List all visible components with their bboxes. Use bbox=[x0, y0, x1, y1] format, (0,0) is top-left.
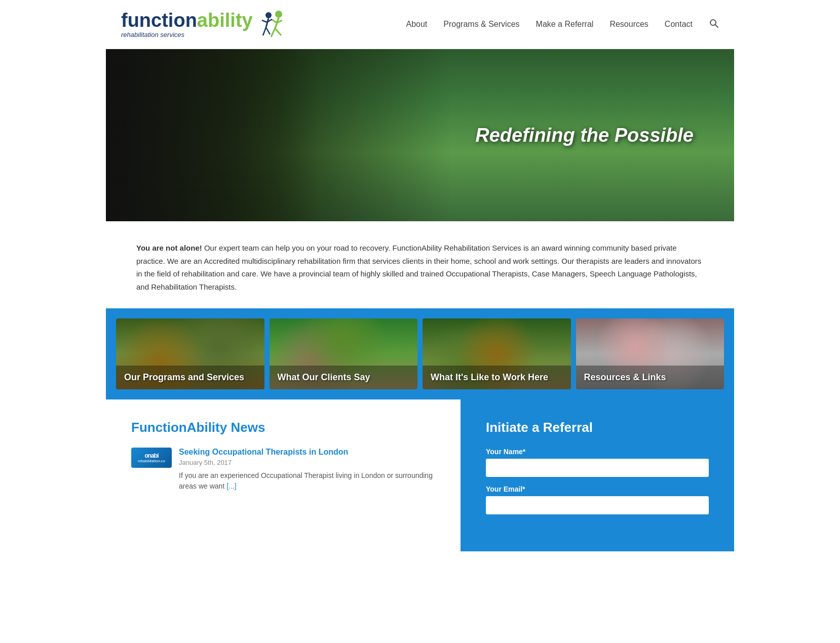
nav-resources[interactable]: Resources bbox=[609, 20, 648, 29]
hero-tagline: Redefining the Possible bbox=[475, 125, 694, 146]
nav-about[interactable]: About bbox=[406, 20, 427, 29]
site-header: functionability rehabilitation services bbox=[106, 0, 734, 49]
svg-line-2 bbox=[271, 28, 275, 37]
tile-resources-label: Resources & Links bbox=[576, 366, 724, 389]
referral-section: Initiate a Referral Your Name* Your Emai… bbox=[461, 399, 734, 551]
logo-subtitle: rehabilitation services bbox=[121, 31, 253, 38]
svg-line-8 bbox=[263, 27, 266, 35]
search-icon[interactable] bbox=[709, 18, 719, 31]
logo-function: function bbox=[121, 10, 197, 31]
svg-line-13 bbox=[715, 24, 718, 27]
news-logo-line2: rehabilitation.co bbox=[138, 459, 165, 463]
email-label: Your Email* bbox=[486, 485, 709, 493]
svg-point-6 bbox=[265, 12, 272, 18]
hero-section: Redefining the Possible bbox=[106, 49, 734, 221]
news-date: January 5th, 2017 bbox=[179, 459, 435, 466]
nav-contact[interactable]: Contact bbox=[665, 20, 693, 29]
intro-bold: You are not alone! bbox=[136, 244, 202, 252]
tile-programs[interactable]: Our Programs and Services bbox=[116, 318, 264, 389]
logo-icon bbox=[256, 9, 286, 39]
tile-clients[interactable]: What Our Clients Say bbox=[270, 318, 418, 389]
intro-paragraph: You are not alone! Our expert team can h… bbox=[136, 242, 704, 293]
email-input[interactable] bbox=[486, 496, 709, 514]
svg-point-0 bbox=[275, 11, 282, 18]
email-field-group: Your Email* bbox=[486, 485, 709, 514]
logo[interactable]: functionability rehabilitation services bbox=[121, 9, 286, 39]
tiles-section: Our Programs and Services What Our Clien… bbox=[106, 308, 734, 399]
news-excerpt: If you are an experienced Occupational T… bbox=[179, 470, 435, 492]
bottom-section: FunctionAbility News onabi rehabilitatio… bbox=[106, 399, 734, 551]
svg-line-3 bbox=[275, 28, 281, 35]
news-logo: onabi rehabilitation.co bbox=[131, 448, 172, 468]
tile-clients-label: What Our Clients Say bbox=[270, 366, 418, 389]
main-nav: About Programs & Services Make a Referra… bbox=[406, 18, 719, 31]
tile-work[interactable]: What It's Like to Work Here bbox=[423, 318, 571, 389]
news-content: Seeking Occupational Therapists in Londo… bbox=[179, 448, 435, 492]
tile-programs-label: Our Programs and Services bbox=[116, 366, 264, 389]
name-field-group: Your Name* bbox=[486, 448, 709, 477]
svg-line-10 bbox=[262, 20, 267, 22]
svg-line-9 bbox=[266, 27, 270, 34]
intro-text: Our expert team can help you on your roa… bbox=[136, 244, 701, 291]
tile-work-label: What It's Like to Work Here bbox=[423, 366, 571, 389]
news-more[interactable]: [...] bbox=[226, 482, 236, 490]
news-link[interactable]: Seeking Occupational Therapists in Londo… bbox=[179, 448, 435, 457]
news-section: FunctionAbility News onabi rehabilitatio… bbox=[106, 399, 461, 551]
referral-title: Initiate a Referral bbox=[486, 420, 709, 435]
nav-programs[interactable]: Programs & Services bbox=[443, 20, 519, 29]
name-input[interactable] bbox=[486, 459, 709, 477]
svg-line-7 bbox=[266, 18, 269, 27]
news-title: FunctionAbility News bbox=[131, 420, 435, 435]
tile-resources[interactable]: Resources & Links bbox=[576, 318, 724, 389]
name-label: Your Name* bbox=[486, 448, 709, 456]
news-item: onabi rehabilitation.co Seeking Occupati… bbox=[131, 448, 435, 492]
logo-ability: ability bbox=[197, 10, 253, 31]
nav-referral[interactable]: Make a Referral bbox=[536, 20, 594, 29]
intro-section: You are not alone! Our expert team can h… bbox=[106, 221, 734, 308]
news-logo-line1: onabi bbox=[138, 452, 165, 459]
